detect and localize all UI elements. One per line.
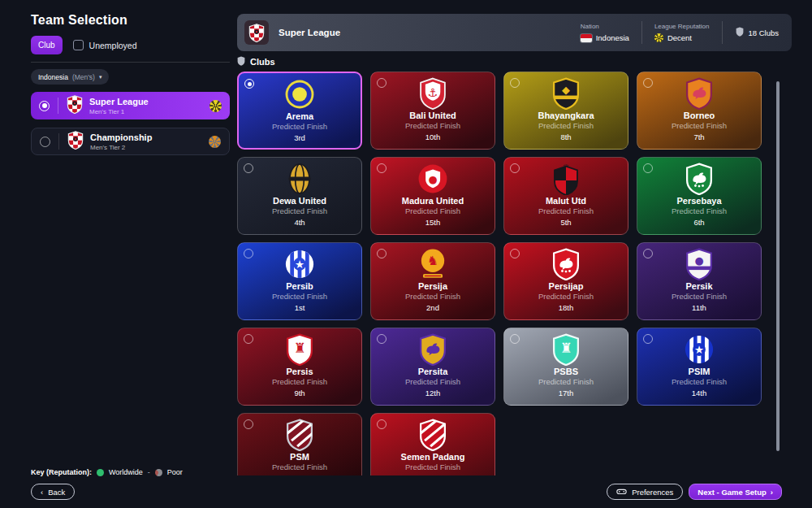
- predicted-finish-value: 9th: [294, 388, 304, 398]
- club-logo-icon: [552, 248, 580, 280]
- club-radio[interactable]: [377, 163, 387, 173]
- next-game-setup-button[interactable]: Next - Game Setup ›: [689, 484, 782, 500]
- header-league-name: Super League: [279, 28, 340, 37]
- nation-value: Indonesia: [596, 33, 629, 42]
- reputation-label: League Reputation: [654, 23, 710, 30]
- club-radio[interactable]: [510, 249, 520, 258]
- predicted-finish-label: Predicted Finish: [405, 377, 460, 388]
- club-radio[interactable]: [377, 334, 387, 344]
- svg-text:⚓: ⚓: [428, 86, 438, 99]
- league-logo-icon: [67, 95, 83, 117]
- club-card[interactable]: ♜ PSBS Predicted Finish 17th: [503, 328, 628, 406]
- predicted-finish-label: Predicted Finish: [405, 292, 460, 302]
- club-name: Persija: [418, 281, 447, 292]
- club-card[interactable]: ◆ Bhayangkara Predicted Finish 8th: [503, 72, 628, 150]
- club-card[interactable]: ● Madura United Predicted Finish 15th: [370, 157, 495, 235]
- predicted-finish-value: 12th: [425, 388, 441, 398]
- club-name: Bhayangkara: [538, 111, 594, 121]
- divider: [31, 62, 230, 63]
- predicted-finish-value: 7th: [693, 132, 704, 142]
- reputation-key: Key (Reputation): Worldwide - Poor: [31, 468, 183, 476]
- club-radio[interactable]: [377, 249, 387, 258]
- club-card[interactable]: ⚓ Bali United Predicted Finish 10th: [370, 72, 495, 150]
- team-selection-screen: Team Selection Club Unemployed Indonesia…: [0, 0, 812, 508]
- svg-text:♞: ♞: [427, 254, 438, 268]
- back-button[interactable]: ‹ Back: [31, 484, 75, 500]
- scrollbar-thumb[interactable]: [776, 81, 780, 451]
- club-card[interactable]: Persebaya Predicted Finish 6th: [637, 157, 762, 235]
- club-radio[interactable]: [643, 163, 653, 173]
- club-card[interactable]: ★ PSIM Predicted Finish 14th: [637, 328, 762, 406]
- club-radio[interactable]: [510, 334, 520, 344]
- club-card[interactable]: ♜ Persis Predicted Finish 9th: [237, 328, 362, 406]
- club-radio[interactable]: [643, 78, 653, 88]
- predicted-finish-label: Predicted Finish: [672, 121, 727, 132]
- club-name: Malut Utd: [546, 196, 586, 206]
- predicted-finish-label: Predicted Finish: [272, 377, 327, 388]
- league-tier: Men's Tier 2: [90, 144, 152, 151]
- club-card[interactable]: Dewa United Predicted Finish 4th: [237, 157, 362, 235]
- club-name: Persebaya: [676, 196, 721, 206]
- predicted-finish-value: 15th: [425, 217, 441, 228]
- predicted-finish-value: 4th: [294, 217, 304, 228]
- club-card[interactable]: Borneo Predicted Finish 7th: [637, 72, 762, 150]
- predicted-finish-label: Predicted Finish: [538, 292, 594, 302]
- club-logo-icon: ♜: [552, 333, 580, 366]
- chevron-down-icon: ▾: [99, 74, 102, 80]
- clubs-count: 18 Clubs: [723, 27, 793, 38]
- super-league-radio[interactable]: [39, 101, 50, 111]
- club-logo-icon: ●: [685, 248, 713, 280]
- club-name: Borneo: [684, 111, 715, 121]
- club-radio[interactable]: [510, 163, 520, 173]
- club-radio[interactable]: [377, 419, 387, 429]
- club-radio[interactable]: [244, 79, 254, 89]
- predicted-finish-label: Predicted Finish: [672, 206, 727, 217]
- svg-text:♜: ♜: [293, 340, 305, 356]
- club-radio[interactable]: [244, 249, 253, 258]
- club-card[interactable]: ♞ Persija Predicted Finish 2nd: [370, 242, 495, 320]
- unemployed-option[interactable]: Unemployed: [73, 40, 137, 50]
- club-card[interactable]: PSM Predicted Finish: [237, 413, 362, 475]
- predicted-finish-value: 6th: [693, 217, 704, 228]
- club-card[interactable]: Arema Predicted Finish 3rd: [237, 72, 362, 150]
- clubs-grid: Arema Predicted Finish 3rd ⚓ Bali United…: [237, 70, 763, 475]
- club-card[interactable]: Persijap Predicted Finish 18th: [503, 242, 628, 320]
- club-radio[interactable]: [510, 78, 520, 88]
- predicted-finish-label: Predicted Finish: [272, 462, 327, 473]
- club-logo-icon: [685, 163, 713, 195]
- unemployed-checkbox[interactable]: [73, 40, 84, 50]
- championship-radio[interactable]: [40, 137, 50, 147]
- club-card[interactable]: Persita Predicted Finish 12th: [370, 328, 495, 406]
- predicted-finish-value: 10th: [425, 132, 441, 142]
- svg-text:◆: ◆: [562, 84, 570, 96]
- predicted-finish-label: Predicted Finish: [272, 206, 327, 217]
- club-radio[interactable]: [377, 78, 387, 88]
- svg-text:●: ●: [694, 254, 703, 267]
- club-radio[interactable]: [643, 334, 653, 344]
- club-name: Bali United: [409, 111, 456, 121]
- predicted-finish-label: Predicted Finish: [672, 377, 727, 388]
- club-card[interactable]: ★ Persib Predicted Finish 1st: [237, 242, 362, 320]
- club-radio[interactable]: [244, 419, 253, 429]
- chevron-left-icon: ‹: [41, 488, 43, 497]
- sidebar-item-super-league[interactable]: Super League Men's Tier 1: [31, 92, 230, 119]
- club-card[interactable]: Semen Padang Predicted Finish: [370, 413, 495, 475]
- reputation-group: League Reputation Decent: [642, 23, 722, 42]
- predicted-finish-value: 11th: [692, 302, 706, 313]
- gamepad-icon: [616, 488, 627, 497]
- preferences-button[interactable]: Preferences: [607, 484, 683, 500]
- predicted-finish-value: 8th: [560, 132, 571, 142]
- predicted-finish-value: 3rd: [294, 132, 305, 143]
- nation-dropdown[interactable]: Indonesia (Men's) ▾: [31, 69, 109, 85]
- predicted-finish-value: 2nd: [426, 302, 439, 313]
- club-radio[interactable]: [244, 334, 253, 344]
- club-radio[interactable]: [244, 163, 253, 173]
- club-card[interactable]: ● Persik Predicted Finish 11th: [637, 242, 762, 320]
- club-filter-button[interactable]: Club: [31, 36, 63, 54]
- sidebar-item-championship[interactable]: Championship Men's Tier 2: [31, 128, 230, 155]
- club-radio[interactable]: [643, 249, 653, 258]
- clubs-scroll-area[interactable]: Arema Predicted Finish 3rd ⚓ Bali United…: [237, 70, 763, 475]
- club-name: Dewa United: [273, 196, 326, 206]
- club-card[interactable]: ♛ Malut Utd Predicted Finish 5th: [503, 157, 628, 235]
- club-logo-icon: ♛: [552, 163, 580, 195]
